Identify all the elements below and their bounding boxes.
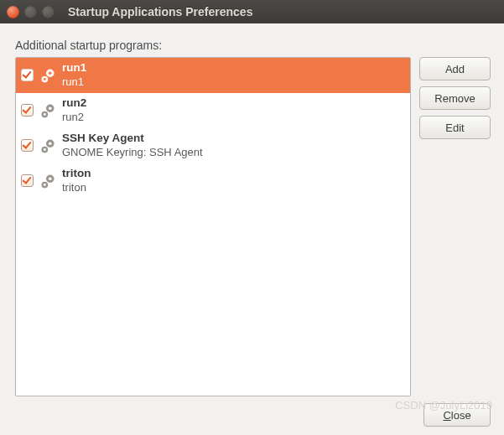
svg-point-7 [44,113,46,116]
list-item[interactable]: triton triton [16,163,410,199]
close-icon[interactable] [7,6,19,18]
list-item-name: run1 [62,61,86,75]
list-item-desc: triton [62,181,91,194]
startup-programs-list[interactable]: run1 run1 run2 run2 [15,57,411,396]
list-item-desc: run2 [62,111,86,124]
list-item-desc: GNOME Keyring: SSH Agent [62,146,203,159]
svg-point-3 [44,78,46,80]
section-label: Additional startup programs: [15,39,491,52]
list-item-name: run2 [62,96,86,111]
svg-point-15 [44,184,46,186]
svg-point-13 [49,177,52,180]
list-item-desc: run1 [62,75,86,89]
add-button[interactable]: Add [419,57,491,80]
window-title: Startup Applications Preferences [68,5,252,18]
svg-point-1 [49,71,52,75]
maximize-icon[interactable] [42,6,55,18]
side-buttons: Add Remove Edit [419,57,491,396]
minimize-icon[interactable] [24,6,37,18]
svg-point-11 [44,148,46,151]
close-button[interactable]: Close [423,403,491,427]
list-item-name: triton [62,167,91,181]
list-item[interactable]: run2 run2 [16,93,410,128]
startup-applications-window: Startup Applications Preferences Additio… [0,0,504,435]
titlebar: Startup Applications Preferences [0,0,504,23]
gears-icon [39,66,57,85]
dialog-footer: Close [15,396,491,427]
svg-point-5 [49,106,52,110]
checkbox[interactable] [21,69,34,81]
svg-point-9 [49,142,52,145]
checkbox[interactable] [21,174,34,187]
gears-icon [39,172,57,190]
list-item[interactable]: run1 run1 [16,58,410,93]
client-area: Additional startup programs: run1 run1 [0,23,504,435]
edit-button[interactable]: Edit [419,116,491,139]
gears-icon [39,101,57,120]
list-item[interactable]: SSH Key Agent GNOME Keyring: SSH Agent [16,128,410,163]
checkbox[interactable] [21,104,34,117]
list-item-name: SSH Key Agent [62,132,203,146]
gears-icon [39,137,57,155]
remove-button[interactable]: Remove [419,86,491,110]
checkbox[interactable] [21,139,34,152]
